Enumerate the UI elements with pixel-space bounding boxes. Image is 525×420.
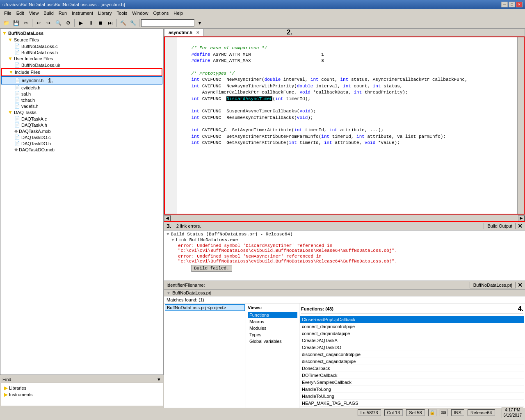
toolbar-btn-11[interactable]: ⏭ — [106, 18, 115, 27]
view-types[interactable]: Types — [248, 331, 297, 338]
view-macros[interactable]: Macros — [248, 318, 297, 325]
menu-edit[interactable]: Edit — [14, 10, 27, 16]
func-item-13[interactable]: HelpButtonCallback — [300, 407, 524, 408]
maximize-button[interactable]: □ — [509, 2, 515, 7]
tree-file-daqtaska-h[interactable]: 📄 DAQTaskA.h — [1, 122, 162, 128]
func-item-10[interactable]: HandleToLong — [300, 386, 524, 393]
horizontal-scrollbar[interactable]: ◀ ▶ — [164, 215, 525, 221]
scroll-left-btn[interactable]: ◀ — [164, 215, 171, 221]
func-item-9[interactable]: EveryNSamplesCallback — [300, 379, 524, 386]
tab-close-icon[interactable]: ✕ — [196, 30, 199, 35]
tree-include-files[interactable]: ▼ Include Files — [1, 68, 162, 76]
menu-help[interactable]: Help — [171, 10, 185, 16]
func-item-7[interactable]: DoneCallback — [300, 365, 524, 372]
toolbar-btn-8[interactable]: ▶ — [76, 18, 85, 27]
find-item-instruments[interactable]: ▶ Instruments — [2, 391, 161, 398]
instruments-folder-icon: ▶ — [4, 392, 8, 397]
func-item-4[interactable]: CreateDAQTaskDO — [300, 344, 524, 351]
build-output-tab[interactable]: Build Output — [484, 223, 516, 229]
func-item-1[interactable]: connect_daqaricontrolpipe — [300, 323, 524, 330]
functions-header-row: Functions: (48) 4. — [301, 305, 523, 314]
toolbar-btn-4[interactable]: ↩ — [34, 18, 43, 27]
tree-file-tchar[interactable]: 📄 tchar.h — [1, 97, 162, 103]
line-num — [167, 39, 175, 45]
toolbar-btn-9[interactable]: ⏸ — [86, 18, 95, 27]
func-item-5[interactable]: disconnect_daqaricontrolpipe — [300, 351, 524, 358]
tree-daq-tasks[interactable]: ▼ DAQ Tasks — [1, 109, 162, 116]
func-item-2[interactable]: connect_daqaridatapipe — [300, 330, 524, 337]
menu-view[interactable]: View — [27, 10, 41, 16]
build-failed-btn[interactable]: Build failed. — [191, 265, 232, 272]
tree-file-daqtaska-mxb[interactable]: ◆ DAQTaskA.mxb — [1, 128, 162, 134]
func-item-0[interactable]: CloseReadPopUpCallback — [300, 316, 524, 323]
func-item-12[interactable]: HEAP_MAKE_TAG_FLAGS — [300, 400, 524, 407]
tree-file-label-9: DAQTaskA.h — [21, 123, 47, 128]
tree-file-buffnodataloss-h[interactable]: 📄 BuffNoDataLoss.h — [1, 49, 162, 55]
tree-file-daqtaskdo-h[interactable]: 📄 DAQTaskDO.h — [1, 140, 162, 146]
tree-ui-files[interactable]: ▼ User Interface Files — [1, 55, 162, 62]
close-button[interactable]: ✕ — [516, 2, 523, 7]
find-dropdown[interactable]: ▼ — [157, 377, 161, 382]
tree-file-vadefs[interactable]: 📄 vadefs.h — [1, 103, 162, 109]
view-functions[interactable]: Functions — [248, 312, 297, 318]
toolbar-btn-1[interactable]: 📁 — [2, 18, 11, 27]
tree-file-cvitdefs[interactable]: 📄 cvitdefs.h — [1, 84, 162, 91]
tree-root[interactable]: ▼ BuffNoDataLoss — [1, 30, 162, 37]
menu-instrument[interactable]: Instrument — [69, 10, 96, 16]
tree-file-uir[interactable]: 📄 BuffNoDataLoss.uir — [1, 62, 162, 68]
func-item-3[interactable]: CreateDAQTaskA — [300, 337, 524, 344]
match-item-buffnodataloss[interactable]: BuffNoDataLoss.prj <project> — [165, 304, 245, 311]
tree-source-files[interactable]: ▼ Source Files — [1, 37, 162, 43]
editor-scrollbar[interactable] — [517, 37, 524, 214]
tree-file-daqtaska-c[interactable]: 📄 DAQTaskA.c — [1, 116, 162, 122]
view-global-vars[interactable]: Global variables — [248, 338, 297, 345]
toolbar-btn-13[interactable]: 🔧 — [128, 18, 137, 27]
menu-options[interactable]: Options — [151, 10, 171, 16]
view-modules[interactable]: Modules — [248, 325, 297, 331]
tree-file-daqtaskdo-c[interactable]: 📄 DAQTaskDO.c — [1, 134, 162, 140]
error-count-label: 2 link errors. — [176, 224, 201, 228]
code-editor[interactable]: /* For ease of comparison */ #define ASY… — [165, 37, 517, 214]
func-item-11[interactable]: HandleToULong — [300, 393, 524, 400]
find-item-libraries[interactable]: ▶ Libraries — [2, 385, 161, 391]
link-expand-icon: ▼ — [171, 237, 174, 242]
toolbar-btn-6[interactable]: 🔍 — [54, 18, 63, 27]
identifier-header-bar: Identifier/Filename: BuffNoDataLoss.prj … — [164, 281, 525, 290]
menu-file[interactable]: File — [2, 10, 14, 16]
ui-folder-icon: ▼ — [8, 56, 13, 62]
scroll-right-btn[interactable]: ▶ — [518, 215, 525, 221]
tab-asynctmr[interactable]: asynctmr.h ✕ — [164, 29, 204, 36]
tree-file-daqtaskdo-mxb[interactable]: ◆ DAQTaskDO.mxb — [1, 146, 162, 153]
code-content[interactable]: /* For ease of comparison */ #define ASY… — [177, 37, 517, 214]
toolbar-search[interactable] — [141, 19, 194, 27]
toolbar-btn-5[interactable]: ↪ — [44, 18, 53, 27]
menu-window[interactable]: Window — [130, 10, 151, 16]
menu-run[interactable]: Run — [56, 10, 69, 16]
menu-tools[interactable]: Tools — [114, 10, 130, 16]
line-num — [167, 64, 175, 71]
identifier-close-icon[interactable]: ✕ — [518, 282, 523, 288]
toolbar-btn-12[interactable]: 🔨 — [119, 18, 128, 27]
menu-library[interactable]: Library — [96, 10, 114, 16]
tree-file-sal[interactable]: 📄 sal.h — [1, 91, 162, 97]
toolbar-btn-10[interactable]: ⏹ — [96, 18, 105, 27]
tree-file-label-6: tchar.h — [21, 98, 35, 103]
tree-file-buffnodataloss-c[interactable]: 📄 BuffNoDataLoss.c — [1, 43, 162, 49]
tree-file-label-12: DAQTaskDO.h — [21, 141, 51, 146]
func-item-8[interactable]: DOTimerCallback — [300, 372, 524, 379]
func-item-6[interactable]: disconnect_daqaridatapipe — [300, 358, 524, 365]
buffnodataloss-prj-tab[interactable]: BuffNoDataLoss.prj — [470, 282, 516, 288]
toolbar-search-btn[interactable]: ▼ — [195, 18, 204, 27]
toolbar-btn-2[interactable]: 💾 — [11, 18, 21, 27]
tree-file-asynctmr[interactable]: 📄 asynctmr.h 1. — [1, 76, 162, 84]
title-bar: c:\cvi\cvi\BuffNoDataLoss\BuffNoDataLoss… — [0, 0, 525, 9]
toolbar-btn-3[interactable]: ✂ — [21, 18, 30, 27]
toolbar-btn-7[interactable]: ⚙ — [64, 18, 73, 27]
error-text-1: error: Undefined symbol 'DiscardAsyncTim… — [178, 243, 523, 253]
error-close-icon[interactable]: ✕ — [518, 223, 523, 229]
error-header-bar: 3. 2 link errors. Build Output ✕ — [164, 222, 525, 231]
status-col: Col 13 — [384, 409, 403, 416]
menu-build[interactable]: Build — [41, 10, 56, 16]
asynctmr-file-icon: 📄 — [15, 78, 21, 83]
minimize-button[interactable]: ─ — [501, 2, 508, 7]
